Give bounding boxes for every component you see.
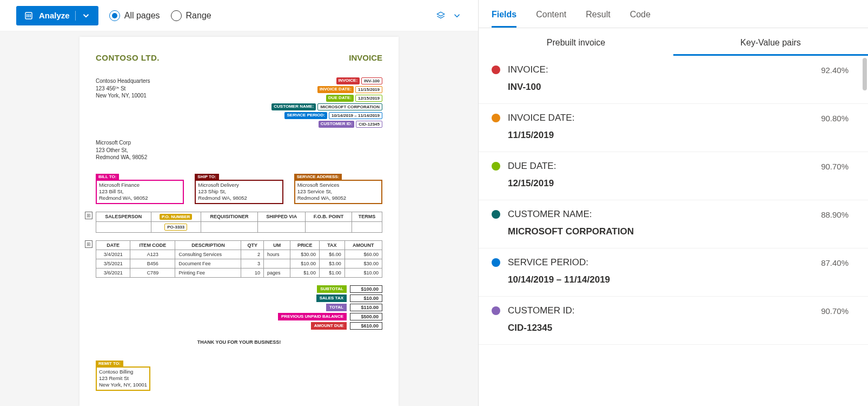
- dot-icon: [492, 258, 500, 267]
- totals-block: SUBTOTAL$100.00 SALES TAX$10.00 TOTAL$11…: [96, 285, 382, 330]
- hq-address: Contoso Headquarters 123 456ᵗʰ St New Yo…: [96, 77, 150, 129]
- remit-to-block: REMIT TO: Contoso Billing123 Remit StNew…: [96, 360, 150, 391]
- dot-icon: [492, 66, 500, 74]
- invoice-title: INVOICE: [349, 53, 382, 62]
- field-item[interactable]: INVOICE DATE:90.80% 11/15/2019: [479, 104, 868, 152]
- tabs-primary: Fields Content Result Code: [479, 0, 868, 28]
- all-pages-radio[interactable]: All pages: [109, 10, 160, 21]
- field-item[interactable]: CUSTOMER ID:90.70% CID-12345: [479, 297, 868, 345]
- analyze-icon: [24, 11, 34, 21]
- field-name: CUSTOMER NAME:: [508, 209, 813, 220]
- dot-icon: [492, 210, 500, 219]
- bill-to-block: BILL TO: Microsoft Finance123 Bill St,Re…: [96, 173, 184, 204]
- company-name: CONTOSO LTD.: [96, 53, 160, 62]
- tab-fields[interactable]: Fields: [492, 10, 516, 28]
- chevron-down-icon: [452, 11, 462, 21]
- field-confidence: 90.70%: [821, 162, 849, 171]
- field-item[interactable]: SERVICE PERIOD:87.40% 10/14/2019 – 11/14…: [479, 248, 868, 297]
- invoice-meta-tags: INVOICE:INV-100 INVOICE DATE:11/15/2019 …: [271, 77, 382, 129]
- field-value: CID-12345: [508, 323, 849, 333]
- dot-icon: [492, 114, 500, 122]
- field-value: 10/14/2019 – 11/14/2019: [508, 274, 849, 285]
- field-item[interactable]: CUSTOMER NAME:88.90% MICROSOFT CORPORATI…: [479, 200, 868, 248]
- field-confidence: 87.40%: [821, 258, 849, 267]
- dot-icon: [492, 306, 500, 315]
- header-table: SALESPERSON P.O. NUMBER REQUISITIONER SH…: [96, 212, 382, 233]
- tab-content[interactable]: Content: [536, 10, 566, 28]
- layers-button[interactable]: [436, 11, 462, 21]
- field-name: CUSTOMER ID:: [508, 305, 813, 316]
- radio-selected-icon: [109, 10, 120, 21]
- thank-you-text: THANK YOU FOR YOUR BUSINESS!: [96, 339, 382, 345]
- table-icon[interactable]: ⊞: [85, 240, 92, 248]
- field-list[interactable]: INVOICE:92.40% INV-100 INVOICE DATE:90.8…: [479, 56, 868, 406]
- field-value: 11/15/2019: [508, 130, 849, 141]
- field-item[interactable]: INVOICE:92.40% INV-100: [479, 56, 868, 104]
- tab-result[interactable]: Result: [586, 10, 610, 28]
- field-confidence: 90.80%: [821, 114, 849, 123]
- layers-icon: [436, 11, 446, 21]
- all-pages-label: All pages: [124, 11, 160, 21]
- line-items-table: DATEITEM CODEDESCRIPTIONQTYUMPRICETAXAMO…: [96, 240, 382, 278]
- field-value: MICROSOFT CORPORATION: [508, 226, 849, 237]
- tab-key-value-pairs[interactable]: Key-Value pairs: [673, 28, 868, 56]
- field-name: INVOICE:: [508, 64, 813, 75]
- analyze-button[interactable]: Analyze: [16, 6, 98, 25]
- radio-unselected-icon: [171, 10, 182, 21]
- range-label: Range: [186, 11, 211, 21]
- field-item[interactable]: DUE DATE:90.70% 12/15/2019: [479, 152, 868, 200]
- chevron-down-icon: [81, 11, 91, 21]
- tab-prebuilt-invoice[interactable]: Prebuilt invoice: [479, 28, 673, 56]
- field-value: 12/15/2019: [508, 178, 849, 189]
- field-value: INV-100: [508, 82, 849, 93]
- range-radio[interactable]: Range: [171, 10, 211, 21]
- tabs-secondary: Prebuilt invoice Key-Value pairs: [479, 28, 868, 56]
- analyze-label: Analyze: [39, 11, 70, 20]
- service-address-block: SERVICE ADDRESS: Microsoft Services123 S…: [294, 173, 382, 204]
- field-confidence: 88.90%: [821, 210, 849, 219]
- ship-to-block: SHIP TO: Microsoft Delivery123 Ship St,R…: [195, 173, 283, 204]
- document-preview[interactable]: CONTOSO LTD. INVOICE Contoso Headquarter…: [0, 31, 478, 406]
- scrollbar-thumb[interactable]: [863, 58, 867, 90]
- tab-code[interactable]: Code: [630, 10, 651, 28]
- field-name: DUE DATE:: [508, 161, 813, 172]
- field-confidence: 90.70%: [821, 306, 849, 316]
- dot-icon: [492, 162, 500, 171]
- field-name: SERVICE PERIOD:: [508, 257, 813, 268]
- invoice-page: CONTOSO LTD. INVOICE Contoso Headquarter…: [79, 37, 399, 406]
- toolbar: Analyze All pages Range: [0, 0, 478, 31]
- table-icon[interactable]: ⊞: [85, 212, 92, 219]
- customer-address: Microsoft Corp 123 Other St, Redmond WA,…: [96, 139, 382, 161]
- field-confidence: 92.40%: [821, 66, 849, 75]
- field-name: INVOICE DATE:: [508, 113, 813, 123]
